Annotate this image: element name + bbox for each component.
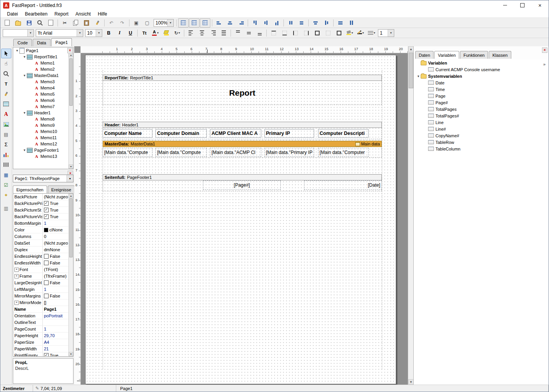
property-value[interactable]: (Nicht zugeo xyxy=(43,240,69,246)
checkbox-checked-icon[interactable]: ✓ xyxy=(44,353,49,357)
property-row-font[interactable]: +Font(TFont) xyxy=(13,266,69,273)
property-value[interactable]: 1 xyxy=(43,326,69,332)
valign-top-button[interactable] xyxy=(233,28,243,38)
tree-item-page#[interactable]: Page# xyxy=(414,99,548,106)
property-value[interactable]: A4 xyxy=(43,339,69,345)
data-field-cell[interactable]: [Main data."Compute xyxy=(156,148,207,157)
canvas-scrollbar[interactable]: ▲ ▼ xyxy=(408,46,414,385)
tab-page1[interactable]: Page1 xyxy=(51,38,72,46)
frame-bottom-button[interactable] xyxy=(279,28,290,38)
align-center-button[interactable] xyxy=(197,28,207,38)
justify-button[interactable] xyxy=(219,28,229,38)
tree-item-memo10[interactable]: AMemo10 xyxy=(13,128,73,135)
space-horizontally-button[interactable] xyxy=(285,18,296,28)
tree-item-line[interactable]: Line xyxy=(414,119,548,126)
font-size-select[interactable]: 10▾ xyxy=(85,29,102,37)
format-painter-tool-button[interactable] xyxy=(1,89,11,99)
undo-button[interactable]: ↶ xyxy=(106,18,117,28)
new-report-button[interactable] xyxy=(2,18,12,28)
header-cell[interactable]: ACMP Client MAC A xyxy=(210,129,261,138)
minimize-button[interactable] xyxy=(496,0,514,10)
data-field-cell[interactable]: [Main data."Compute xyxy=(103,148,152,157)
chevron-down-icon[interactable]: ▾ xyxy=(96,30,102,37)
line-width-select[interactable]: 1▾ xyxy=(378,29,394,37)
tree-item-memo5[interactable]: AMemo5 xyxy=(13,91,73,97)
tree-item-memo13[interactable]: AMemo13 xyxy=(13,153,73,159)
tree-item-memo1[interactable]: AMemo1 xyxy=(13,60,73,66)
scroll-thumb[interactable] xyxy=(69,58,73,106)
tree-item-memo12[interactable]: AMemo12 xyxy=(13,141,73,147)
data-tab-variablen[interactable]: Variablen xyxy=(434,51,459,59)
same-width-button[interactable] xyxy=(335,18,346,28)
property-row-printifempty[interactable]: PrintIfEmpty✓True xyxy=(13,352,69,357)
property-row-outlinetext[interactable]: OutlineText xyxy=(13,319,69,326)
tree-item-time[interactable]: Time xyxy=(414,86,548,93)
property-value[interactable]: poPortrait xyxy=(43,313,69,319)
property-value[interactable]: ✓True xyxy=(43,200,69,206)
chevron-down-icon[interactable]: ▾ xyxy=(178,31,180,35)
data-tab-funktionen[interactable]: Funktionen xyxy=(460,51,488,59)
save-report-button[interactable] xyxy=(24,18,34,28)
scroll-up-icon[interactable]: ▲ xyxy=(69,194,73,198)
system-text-button[interactable]: Σ xyxy=(1,140,11,149)
tab-data[interactable]: Data xyxy=(33,39,50,46)
chevron-down-icon[interactable]: ▾ xyxy=(374,31,375,35)
checkbox-checked-icon[interactable]: ✓ xyxy=(44,208,49,212)
property-row-largedesignh[interactable]: LargeDesignHFalse xyxy=(13,280,69,286)
page-number-memo[interactable]: [Page#] xyxy=(203,180,281,190)
tree-item-line#[interactable]: Line# xyxy=(414,126,548,132)
checkbox-checked-icon[interactable]: ✓ xyxy=(44,201,49,206)
property-row-endlessheight[interactable]: EndlessHeightFalse xyxy=(13,253,69,260)
property-row-backpicturevis[interactable]: BackPictureVis✓True xyxy=(13,214,69,220)
chevron-down-icon[interactable]: ▾ xyxy=(77,30,83,37)
menu-ansicht[interactable]: Ansicht xyxy=(72,10,94,18)
scroll-up-icon[interactable]: ▲ xyxy=(69,53,73,57)
tree-item-memo9[interactable]: AMemo9 xyxy=(13,122,73,128)
zoom-select[interactable]: 100%▾ xyxy=(154,19,174,27)
menu-hilfe[interactable]: Hilfe xyxy=(94,10,110,18)
scroll-down-icon[interactable]: ▼ xyxy=(69,352,73,356)
property-row-orientation[interactable]: OrientationpoPortrait xyxy=(13,313,69,319)
tree-item-memo11[interactable]: AMemo11 xyxy=(13,135,73,141)
align-left-edges-button[interactable] xyxy=(214,18,224,28)
chevron-down-icon[interactable]: ▾ xyxy=(351,31,353,35)
format-painter-button[interactable] xyxy=(92,18,103,28)
subreport-object-button[interactable]: ▤ xyxy=(1,130,11,139)
text-rotation-button[interactable]: ↻▾ xyxy=(172,28,182,38)
property-row-columns[interactable]: Columns0 xyxy=(13,233,69,240)
chevron-down-icon[interactable]: ▾ xyxy=(167,19,173,26)
tree-expand-icon[interactable]: ▾ xyxy=(22,55,27,59)
frame-all-button[interactable] xyxy=(312,28,322,38)
property-value[interactable]: 1 xyxy=(43,220,69,226)
align-horizontal-centers-button[interactable] xyxy=(225,18,235,28)
tree-expand-icon[interactable]: ▾ xyxy=(22,74,27,77)
property-row-pagecount[interactable]: PageCount1 xyxy=(13,326,69,332)
property-value[interactable]: ✓True xyxy=(43,352,69,357)
paste-button[interactable] xyxy=(81,18,92,28)
frame-right-button[interactable] xyxy=(301,28,311,38)
close-button[interactable]: × xyxy=(531,0,549,10)
property-row-mirrormargins[interactable]: MirrorMarginsFalse xyxy=(13,293,69,299)
ungroup-button[interactable]: ▢ xyxy=(142,18,152,28)
property-value[interactable]: 21 xyxy=(43,346,69,352)
scroll-up-icon[interactable]: ▲ xyxy=(408,46,414,52)
new-page-button[interactable] xyxy=(45,18,56,28)
reporttitle-band[interactable]: Report xyxy=(103,81,382,105)
data-field-cell[interactable]: [Main data."ACMP Cl xyxy=(210,148,261,157)
close-data-panel-button[interactable]: × xyxy=(542,47,547,53)
hand-tool-button[interactable]: ☝ xyxy=(1,59,11,68)
font-color-button[interactable]: A▾ xyxy=(150,28,161,38)
property-row-color[interactable]: ColorclNone xyxy=(13,227,69,233)
tab-code[interactable]: Code xyxy=(13,39,32,46)
preview-button[interactable] xyxy=(35,18,45,28)
tree-item-tablecolumn[interactable]: TableColumn xyxy=(414,145,548,152)
checkbox-checked-icon[interactable]: ✓ xyxy=(44,214,49,219)
property-row-backpicturepri[interactable]: BackPicturePri✓True xyxy=(13,200,69,207)
property-row-papersize[interactable]: PaperSizeA4 xyxy=(13,339,69,346)
property-value[interactable]: (TfrxFrame) xyxy=(43,273,69,279)
pagefooter-band-header[interactable]: Seitenfuß: PageFooter1 xyxy=(103,174,382,180)
open-report-button[interactable] xyxy=(13,18,23,28)
inspector-tab-ereignisse[interactable]: Ereignisse xyxy=(48,186,75,193)
tree-item-totalpages#[interactable]: TotalPages# xyxy=(414,112,548,119)
property-value[interactable]: False xyxy=(43,280,69,286)
